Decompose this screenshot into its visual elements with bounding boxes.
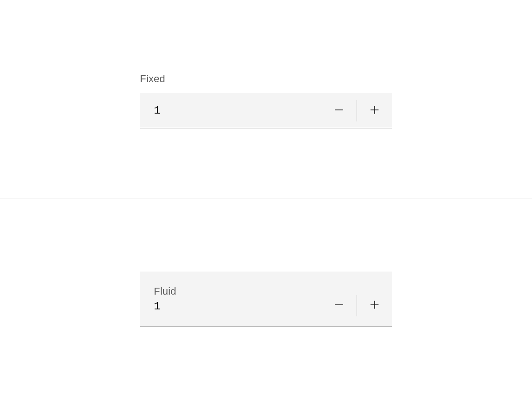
- section-fluid: Fluid 1: [0, 199, 532, 399]
- fluid-controls: [321, 272, 392, 326]
- fluid-decrement-button[interactable]: [321, 272, 357, 326]
- fluid-label: Fluid: [154, 285, 321, 297]
- fluid-textarea: Fluid 1: [140, 272, 321, 326]
- minus-icon: [333, 104, 345, 117]
- fluid-stepper: Fluid 1: [140, 272, 392, 327]
- plus-icon: [369, 104, 380, 117]
- fluid-increment-button[interactable]: [357, 272, 392, 326]
- fluid-field[interactable]: Fluid 1: [140, 272, 392, 327]
- section-fixed: Fixed 1: [0, 0, 532, 199]
- fixed-increment-button[interactable]: [357, 93, 392, 128]
- fixed-value[interactable]: 1: [140, 104, 321, 117]
- fixed-decrement-button[interactable]: [321, 93, 357, 128]
- fixed-field[interactable]: 1: [140, 93, 392, 128]
- plus-icon: [369, 299, 380, 312]
- fixed-label: Fixed: [140, 73, 392, 85]
- fixed-controls: [321, 93, 392, 128]
- fixed-stepper: Fixed 1: [140, 73, 392, 128]
- fluid-value[interactable]: 1: [154, 300, 321, 313]
- minus-icon: [333, 299, 345, 312]
